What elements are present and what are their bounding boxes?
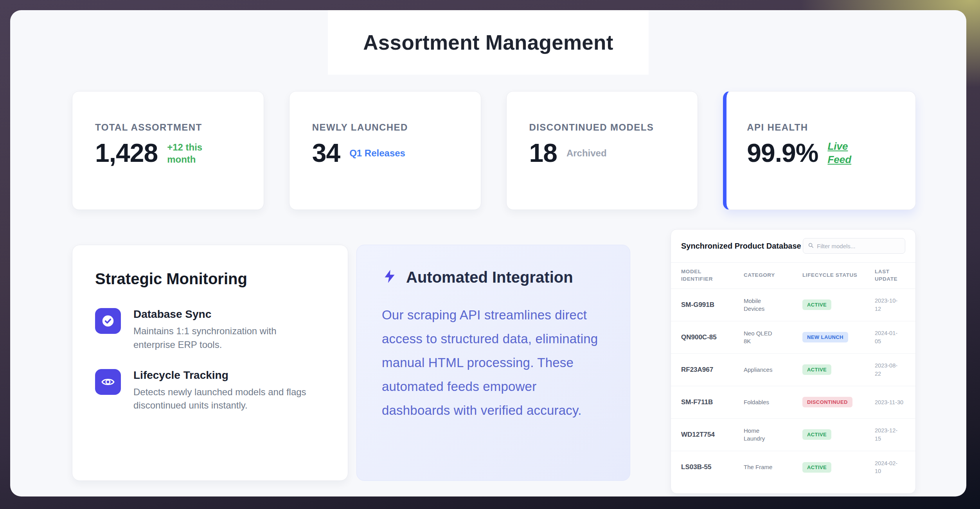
stat-card-newly-launched: NEWLY LAUNCHED 34 Q1 Releases: [289, 91, 481, 210]
status-cell: NEW LAUNCH: [802, 332, 875, 342]
stat-card-discontinued-models: DISCONTINUED MODELS 18 Archived: [506, 91, 698, 210]
status-badge: ACTIVE: [802, 462, 831, 473]
table-row: SM-F711B Foldables DISCONTINUED 2023-11-…: [671, 386, 915, 419]
stat-value: 34: [312, 140, 340, 167]
category-cell: Appliances: [744, 366, 778, 374]
monitoring-item-text: Lifecycle Tracking Detects newly launche…: [133, 369, 307, 413]
table-column-headers: MODEL IDENTIFIER CATEGORY LIFECYCLE STAT…: [671, 262, 915, 289]
date-cell: 2023-12-15: [875, 427, 904, 443]
integration-card: Automated Integration Our scraping API s…: [356, 245, 630, 481]
table-row: RF23A967 Appliances ACTIVE 2023-08-22: [671, 354, 915, 386]
monitoring-item-description: Maintains 1:1 synchronization with enter…: [133, 324, 307, 352]
stat-sub: Q1 Releases: [349, 147, 405, 159]
status-cell: ACTIVE: [802, 462, 875, 473]
table-row: WD12T754 Home Laundry ACTIVE 2023-12-15: [671, 419, 915, 451]
category-cell: Mobile Devices: [744, 297, 778, 313]
monitoring-card: Strategic Monitoring Database Sync Maint…: [72, 245, 348, 481]
stat-card-total-assortment: TOTAL ASSORTMENT 1,428 +12 this month: [72, 91, 264, 210]
stat-value: 1,428: [95, 140, 158, 167]
lightning-bolt-icon: [382, 268, 397, 287]
date-cell: 2023-11-30: [875, 398, 904, 406]
status-badge: ACTIVE: [802, 299, 831, 310]
model-cell: LS03B-55: [681, 463, 744, 471]
search-icon: [808, 242, 814, 250]
model-cell: QN900C-85: [681, 333, 744, 341]
status-badge: ACTIVE: [802, 429, 831, 440]
page-title: Assortment Management: [363, 30, 613, 54]
model-cell: SM-G991B: [681, 301, 744, 309]
stat-card-api-health: API HEALTH 99.9% Live Feed: [723, 91, 916, 210]
monitoring-item-title: Lifecycle Tracking: [133, 369, 307, 382]
status-cell: ACTIVE: [802, 299, 875, 310]
stat-value: 18: [529, 140, 557, 167]
table-row: QN900C-85 Neo QLED 8K NEW LAUNCH 2024-01…: [671, 321, 915, 354]
stat-value: 99.9%: [747, 140, 818, 167]
stats-row: TOTAL ASSORTMENT 1,428 +12 this month NE…: [72, 91, 916, 210]
column-header-status: LIFECYCLE STATUS: [802, 272, 875, 279]
table-row: LS03B-55 The Frame ACTIVE 2024-02-10: [671, 451, 915, 484]
monitoring-title: Strategic Monitoring: [95, 270, 325, 288]
stat-sub: +12 this month: [167, 141, 215, 165]
monitoring-item-lifecycle-tracking: Lifecycle Tracking Detects newly launche…: [95, 369, 325, 413]
integration-header: Automated Integration: [382, 268, 605, 287]
stat-sub: Archived: [566, 147, 607, 159]
stat-label: TOTAL ASSORTMENT: [95, 121, 242, 133]
category-cell: Home Laundry: [744, 427, 778, 443]
monitoring-item-text: Database Sync Maintains 1:1 synchronizat…: [133, 308, 307, 352]
filter-models-input[interactable]: [817, 243, 900, 249]
column-header-model: MODEL IDENTIFIER: [681, 268, 715, 283]
status-cell: ACTIVE: [802, 364, 875, 375]
date-cell: 2024-01-05: [875, 329, 904, 345]
stat-line: 99.9% Live Feed: [747, 140, 894, 167]
table-row: SM-G991B Mobile Devices ACTIVE 2023-10-1…: [671, 289, 915, 321]
monitoring-item-database-sync: Database Sync Maintains 1:1 synchronizat…: [95, 308, 325, 352]
stat-label: DISCONTINUED MODELS: [529, 121, 676, 133]
status-cell: ACTIVE: [802, 429, 875, 440]
category-cell: The Frame: [744, 463, 778, 471]
stat-label: NEWLY LAUNCHED: [312, 121, 459, 133]
live-feed-link[interactable]: Live Feed: [827, 140, 859, 167]
table-title: Synchronized Product Database: [681, 242, 801, 251]
stat-line: 34 Q1 Releases: [312, 140, 459, 167]
table-card: Synchronized Product Database MODEL IDEN…: [671, 229, 916, 494]
stat-line: 1,428 +12 this month: [95, 140, 242, 167]
page-background: Assortment Management TOTAL ASSORTMENT 1…: [0, 0, 980, 509]
check-badge-icon: [95, 308, 121, 334]
filter-search-box[interactable]: [803, 238, 905, 254]
integration-title: Automated Integration: [406, 269, 573, 286]
date-cell: 2023-08-22: [875, 362, 904, 378]
integration-body: Our scraping API streamlines direct acce…: [382, 303, 603, 422]
model-cell: WD12T754: [681, 431, 744, 439]
status-badge: ACTIVE: [802, 364, 831, 375]
monitoring-item-description: Detects newly launched models and flags …: [133, 385, 307, 413]
column-header-category: CATEGORY: [744, 272, 802, 279]
status-badge: DISCONTINUED: [802, 397, 852, 407]
title-box: Assortment Management: [328, 10, 649, 75]
status-badge: NEW LAUNCH: [802, 332, 848, 342]
category-cell: Foldables: [744, 398, 778, 406]
table-header: Synchronized Product Database: [671, 229, 915, 262]
model-cell: SM-F711B: [681, 398, 744, 406]
monitoring-item-title: Database Sync: [133, 308, 307, 321]
eye-icon: [95, 369, 121, 395]
stat-label: API HEALTH: [747, 121, 894, 133]
stat-line: 18 Archived: [529, 140, 676, 167]
date-cell: 2023-10-12: [875, 297, 904, 313]
category-cell: Neo QLED 8K: [744, 330, 778, 346]
main-panel: Assortment Management TOTAL ASSORTMENT 1…: [10, 10, 966, 496]
model-cell: RF23A967: [681, 366, 744, 374]
column-header-updated: LAST UPDATE: [875, 268, 899, 283]
date-cell: 2024-02-10: [875, 459, 904, 475]
status-cell: DISCONTINUED: [802, 397, 875, 407]
